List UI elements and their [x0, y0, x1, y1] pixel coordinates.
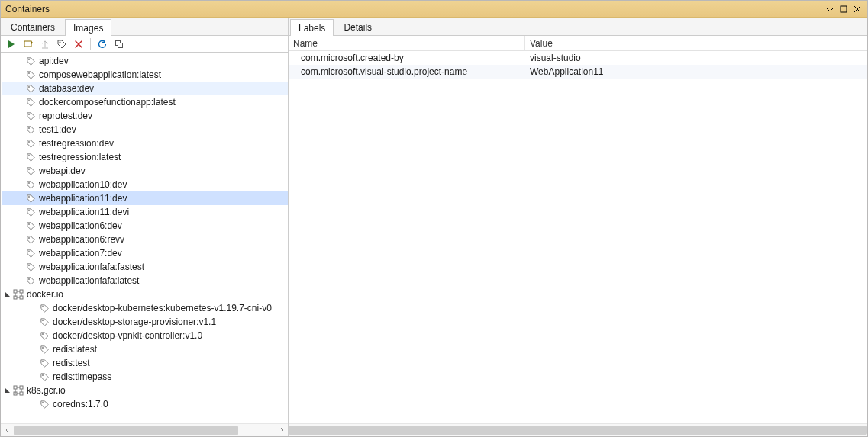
image-webapplicationfafa-latest[interactable]: webapplicationfafa:latest [2, 274, 288, 288]
tag-icon [25, 69, 36, 80]
tree-item-label: api:dev [39, 56, 69, 66]
run-button[interactable] [4, 37, 19, 52]
tab-labels[interactable]: Labels [290, 19, 334, 36]
tag-icon [25, 179, 36, 190]
tree-scroll[interactable]: api:devcomposewebapplication:latestdatab… [1, 53, 288, 423]
image-webapplication11-devi[interactable]: webapplication11:devi [2, 205, 288, 219]
svg-rect-32 [14, 386, 17, 389]
dock-position-icon[interactable] [823, 2, 837, 16]
svg-point-27 [42, 320, 44, 321]
registry-docker-io[interactable]: docker.io [2, 288, 288, 301]
tab-details[interactable]: Details [335, 18, 380, 35]
pull-image-button[interactable] [21, 37, 36, 52]
tree-item-label: webapi:dev [39, 165, 86, 176]
tree-item-label: webapplication6:revv [39, 234, 124, 245]
tag-icon [25, 193, 36, 204]
svg-rect-35 [20, 392, 23, 395]
left-panel: Containers Images [1, 18, 288, 436]
image-webapplication10-dev[interactable]: webapplication10:dev [2, 178, 288, 191]
push-button[interactable] [37, 37, 53, 52]
image-redis-test[interactable]: redis:test [2, 356, 288, 370]
svg-point-29 [42, 347, 44, 349]
image-redis-latest[interactable]: redis:latest [2, 342, 288, 356]
image-database-dev[interactable]: database:dev [2, 82, 288, 95]
col-value-header[interactable]: Value [525, 36, 867, 50]
svg-rect-4 [118, 43, 123, 47]
tag-icon [25, 234, 36, 245]
tree-item-label: webapplicationfafa:latest [39, 275, 139, 286]
tag-icon [25, 124, 36, 135]
maximize-icon[interactable] [837, 2, 850, 16]
tag-icon [25, 56, 36, 66]
right-panel: Labels Details Name Value com.microsoft.… [288, 18, 867, 436]
image-api-dev[interactable]: api:dev [2, 54, 288, 68]
registry-k8s-gcr-io[interactable]: k8s.gcr.io [2, 384, 288, 397]
tree-item-label: redis:timepass [53, 371, 111, 382]
left-tabstrip: Containers Images [1, 18, 288, 36]
svg-point-6 [28, 72, 30, 74]
image-dockercomposefunctionapp-latest[interactable]: dockercomposefunctionapp:latest [2, 95, 288, 109]
label-row[interactable]: com.microsoft.created-byvisual-studio [289, 51, 867, 65]
tag-icon [39, 317, 50, 327]
tree-item-label: redis:latest [53, 344, 97, 355]
label-row[interactable]: com.microsoft.visual-studio.project-name… [289, 65, 867, 79]
hscroll-thumb[interactable] [14, 426, 238, 435]
close-icon[interactable] [850, 2, 864, 16]
hscroll-thumb-right[interactable] [289, 426, 867, 435]
image-webapplication7-dev[interactable]: webapplication7:dev [2, 246, 288, 260]
image-redis-timepass[interactable]: redis:timepass [2, 370, 288, 384]
delete-button[interactable] [71, 37, 86, 52]
titlebar[interactable]: Containers [1, 1, 867, 18]
image-testregression-dev[interactable]: testregression:dev [2, 137, 288, 150]
scroll-left-icon[interactable] [1, 424, 14, 437]
image-reprotest-dev[interactable]: reprotest:dev [2, 109, 288, 123]
scroll-right-icon[interactable] [275, 424, 288, 437]
svg-point-19 [28, 251, 30, 252]
image-test1-dev[interactable]: test1:dev [2, 123, 288, 137]
image-docker-desktop-vpnkit-controller-v1-0[interactable]: docker/desktop-vpnkit-controller:v1.0 [2, 329, 288, 342]
svg-point-2 [60, 41, 61, 43]
label-name: com.microsoft.created-by [289, 53, 525, 63]
tag-icon [25, 220, 36, 231]
tag-icon [25, 83, 36, 94]
tag-icon [25, 111, 36, 121]
hscroll-left[interactable] [1, 423, 288, 436]
tag-button[interactable] [54, 37, 69, 52]
image-webapplication11-dev[interactable]: webapplication11:dev [2, 191, 288, 205]
svg-rect-1 [24, 41, 31, 47]
tab-containers[interactable]: Containers [2, 18, 63, 35]
tab-images[interactable]: Images [65, 19, 111, 36]
image-coredns-1-7-0[interactable]: coredns:1.7.0 [2, 397, 288, 411]
svg-point-17 [28, 223, 30, 225]
image-webapplication6-revv[interactable]: webapplication6:revv [2, 233, 288, 246]
tag-icon [25, 152, 36, 162]
image-docker-desktop-kubernetes-kubernetes-v1-19-7-cni-v0[interactable]: docker/desktop-kubernetes:kubernetes-v1.… [2, 301, 288, 315]
label-value: WebApplication11 [525, 66, 867, 77]
svg-point-15 [28, 196, 30, 198]
col-name-header[interactable]: Name [289, 36, 525, 50]
tag-icon [25, 275, 36, 286]
image-webapplication6-dev[interactable]: webapplication6:dev [2, 219, 288, 233]
svg-point-36 [42, 402, 44, 403]
svg-point-14 [28, 182, 30, 184]
image-webapi-dev[interactable]: webapi:dev [2, 164, 288, 178]
refresh-button[interactable] [95, 37, 110, 52]
tree-item-label: webapplication10:dev [39, 179, 127, 190]
hscroll-right[interactable] [289, 423, 867, 436]
tree-item-label: webapplication11:devi [39, 207, 129, 217]
tree-item-label: webapplication7:dev [39, 248, 122, 259]
expander-icon[interactable] [4, 387, 11, 394]
prune-button[interactable] [111, 37, 127, 52]
image-testregression-latest[interactable]: testregression:latest [2, 150, 288, 164]
svg-point-30 [42, 361, 44, 362]
image-docker-desktop-storage-provisioner-v1-1[interactable]: docker/desktop-storage-provisioner:v1.1 [2, 315, 288, 329]
image-webapplicationfafa-fastest[interactable]: webapplicationfafa:fastest [2, 260, 288, 274]
tag-icon [39, 358, 50, 368]
image-composewebapplication-latest[interactable]: composewebapplication:latest [2, 68, 288, 82]
svg-rect-33 [20, 386, 23, 389]
svg-rect-25 [20, 296, 23, 299]
svg-point-13 [28, 169, 30, 170]
svg-point-8 [28, 100, 30, 101]
image-toolbar [1, 36, 288, 53]
expander-icon[interactable] [4, 291, 11, 298]
